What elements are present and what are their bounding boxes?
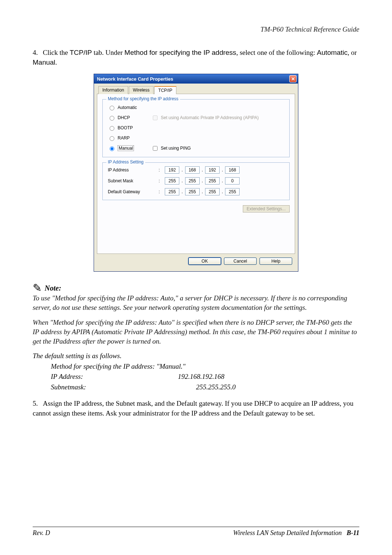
close-icon[interactable]: ✕ bbox=[289, 75, 297, 82]
method-groupbox: Method for specifying the IP address Aut… bbox=[102, 99, 290, 157]
step-5-number: 5. bbox=[33, 399, 43, 409]
mask-oct2[interactable] bbox=[185, 177, 200, 185]
tab-wireless[interactable]: Wireless bbox=[129, 86, 154, 94]
radio-automatic[interactable]: Automatic bbox=[108, 105, 151, 110]
gw-oct4[interactable] bbox=[225, 188, 240, 195]
radio-manual[interactable]: Manual bbox=[108, 145, 151, 151]
radio-dhcp-input[interactable] bbox=[110, 116, 114, 121]
gw-oct1[interactable] bbox=[165, 188, 179, 195]
help-button[interactable]: Help bbox=[260, 258, 292, 265]
properties-dialog: Network Interface Card Properties ✕ Info… bbox=[94, 74, 298, 272]
ip-oct3[interactable] bbox=[205, 166, 220, 174]
apipa-checkbox bbox=[153, 116, 158, 120]
page-footer: Rev. D Wireless LAN Setup Detailed Infor… bbox=[33, 527, 359, 537]
step-4-number: 4. bbox=[33, 48, 43, 58]
step-4: 4.Click the TCP/IP tab. Under Method for… bbox=[33, 48, 359, 67]
default-settings-block: The default setting is as follows. Metho… bbox=[33, 351, 359, 392]
tab-tcpip[interactable]: TCP/IP bbox=[154, 86, 176, 94]
mask-oct1[interactable] bbox=[165, 177, 179, 185]
note-paragraph-2: When "Method for specifying the IP addre… bbox=[33, 318, 359, 346]
ping-checkbox-row[interactable]: Set using PING bbox=[151, 145, 284, 152]
radio-automatic-input[interactable] bbox=[110, 106, 114, 110]
dialog-title: Network Interface Card Properties bbox=[97, 76, 173, 82]
gateway-label: Default Gateway bbox=[108, 189, 159, 194]
apipa-checkbox-row: Set using Automatic Private IP Addressin… bbox=[151, 114, 284, 121]
ok-button[interactable]: OK bbox=[188, 258, 221, 265]
ip-oct1[interactable] bbox=[165, 166, 179, 174]
radio-manual-input[interactable] bbox=[110, 146, 114, 151]
mask-oct3[interactable] bbox=[205, 177, 220, 185]
extended-settings-button: Extended Settings... bbox=[243, 205, 290, 212]
ip-address-field: : . . . bbox=[159, 166, 284, 174]
defaults-mask-label: Subnetmask: bbox=[33, 382, 98, 393]
ip-oct4[interactable] bbox=[225, 166, 240, 174]
defaults-head: The default setting is as follows. bbox=[33, 351, 359, 361]
defaults-method: Method for specifying the IP address: "M… bbox=[33, 361, 359, 372]
ip-oct2[interactable] bbox=[185, 166, 200, 174]
defaults-ip-value: 192.168.192.168 bbox=[98, 372, 224, 382]
radio-bootp[interactable]: BOOTP bbox=[108, 125, 151, 131]
ip-group-title: IP Address Setting bbox=[106, 159, 145, 165]
footer-rev: Rev. D bbox=[33, 529, 50, 537]
ip-address-label: IP Address bbox=[108, 167, 159, 173]
gw-oct3[interactable] bbox=[205, 188, 220, 195]
radio-bootp-input[interactable] bbox=[110, 126, 114, 131]
gw-oct2[interactable] bbox=[185, 188, 200, 195]
step-5: 5.Assign the IP address, the Subnet mask… bbox=[33, 399, 359, 418]
ping-checkbox[interactable] bbox=[153, 146, 158, 151]
doc-header: TM-P60 Technical Reference Guide bbox=[33, 25, 359, 33]
note-paragraph-1: To use "Method for specifying the IP add… bbox=[33, 293, 359, 312]
dialog-titlebar[interactable]: Network Interface Card Properties ✕ bbox=[94, 74, 298, 84]
radio-dhcp[interactable]: DHCP bbox=[108, 115, 151, 121]
mask-oct4[interactable] bbox=[225, 177, 240, 185]
note-heading: ✎ Note: bbox=[33, 283, 359, 293]
subnet-mask-label: Subnet Mask bbox=[108, 178, 159, 183]
subnet-mask-field: : . . . bbox=[159, 177, 284, 185]
note-label: Note: bbox=[45, 284, 61, 292]
footer-section: Wireless LAN Setup Detailed Information bbox=[233, 529, 342, 536]
step-5-text: Assign the IP address, the Subnet mask, … bbox=[33, 400, 354, 417]
gateway-field: : . . . bbox=[159, 188, 284, 195]
defaults-ip-label: IP Address: bbox=[33, 372, 98, 382]
defaults-mask-value: 255.255.255.0 bbox=[98, 382, 236, 393]
tab-information[interactable]: Information bbox=[98, 86, 128, 94]
footer-page: B-11 bbox=[347, 529, 359, 536]
ip-groupbox: IP Address Setting IP Address : . . . Su… bbox=[102, 162, 290, 200]
method-group-title: Method for specifying the IP address bbox=[106, 96, 180, 101]
radio-rarp[interactable]: RARP bbox=[108, 135, 151, 141]
tab-strip: Information Wireless TCP/IP bbox=[97, 86, 295, 94]
radio-rarp-input[interactable] bbox=[110, 136, 114, 141]
cancel-button[interactable]: Cancel bbox=[224, 258, 257, 265]
note-icon: ✎ bbox=[33, 283, 42, 293]
